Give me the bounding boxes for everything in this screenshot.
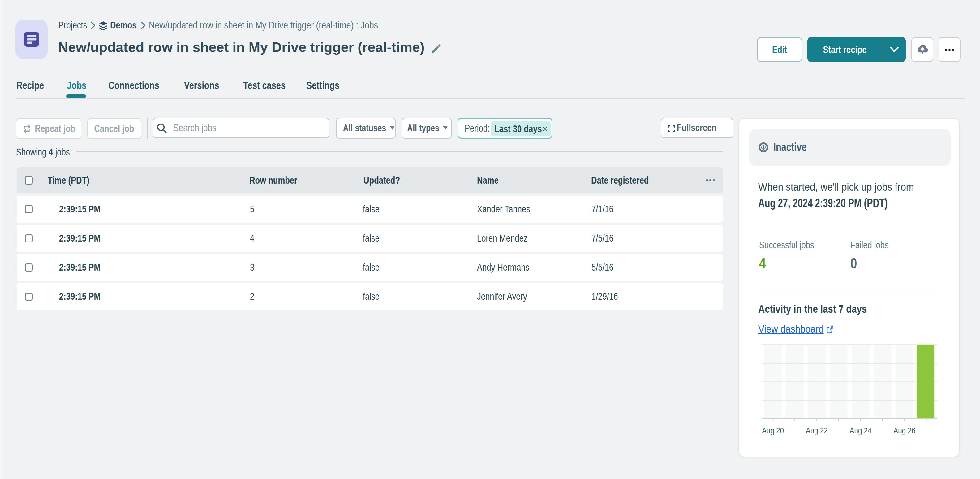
- svg-text:Aug 24: Aug 24: [850, 426, 872, 435]
- svg-text:Aug 26: Aug 26: [893, 426, 915, 435]
- svg-text:Aug 22: Aug 22: [806, 426, 828, 435]
- svg-text:Aug 20: Aug 20: [762, 426, 784, 435]
